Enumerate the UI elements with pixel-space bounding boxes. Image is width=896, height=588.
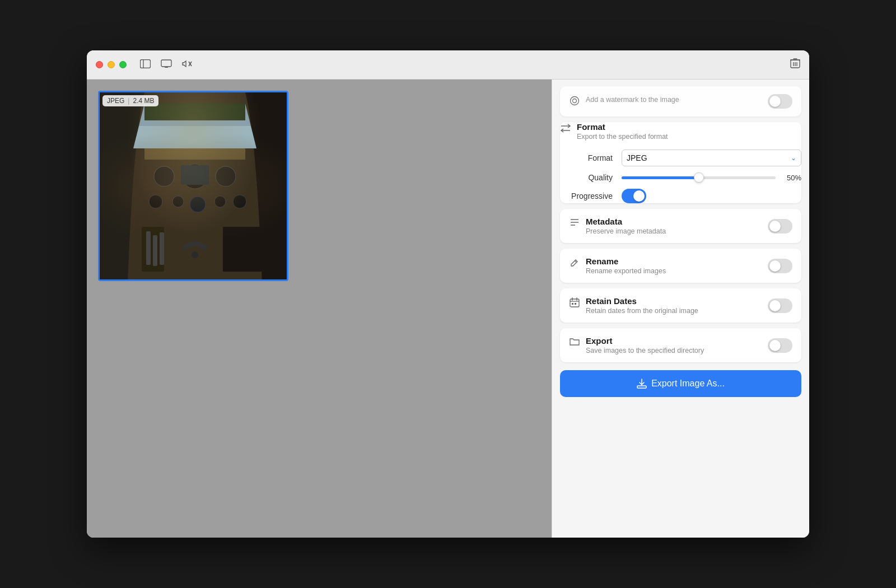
svg-rect-26: [142, 227, 164, 272]
quality-value: 50%: [781, 174, 801, 182]
sidebar-toggle-icon[interactable]: [140, 59, 151, 71]
svg-rect-28: [153, 235, 157, 266]
image-preview: [100, 92, 287, 279]
svg-rect-19: [181, 165, 209, 185]
watermark-icon: [569, 96, 580, 108]
quality-field-label: Quality: [562, 173, 613, 182]
titlebar-tools: [140, 59, 192, 71]
svg-rect-14: [144, 104, 245, 120]
svg-point-16: [154, 166, 174, 186]
image-thumbnail: [98, 91, 288, 281]
metadata-row: Metadata Preserve image metadata: [569, 217, 792, 235]
export-toggle[interactable]: [768, 338, 792, 353]
svg-rect-29: [160, 232, 164, 265]
watermark-subtitle: Add a watermark to the image: [586, 96, 679, 104]
svg-rect-12: [100, 92, 288, 281]
retain-dates-panel: Retain Dates Retain dates from the origi…: [560, 288, 801, 323]
svg-rect-13: [144, 115, 245, 227]
export-button-icon: [637, 379, 647, 389]
app-window: JPEG | 2.4 MB: [87, 50, 809, 538]
progressive-toggle[interactable]: [622, 189, 646, 203]
svg-point-31: [571, 97, 579, 105]
rename-icon: [569, 258, 580, 269]
export-button-label: Export Image As...: [651, 379, 725, 389]
metadata-title: Metadata: [586, 217, 666, 226]
image-size-badge: 2.4 MB: [133, 97, 154, 105]
rename-subtitle: Rename exported images: [586, 267, 666, 275]
minimize-button[interactable]: [108, 61, 115, 68]
retain-dates-subtitle: Retain dates from the original image: [586, 307, 698, 315]
svg-point-24: [233, 195, 246, 208]
close-button[interactable]: [96, 61, 103, 68]
retain-dates-toggle[interactable]: [768, 298, 792, 313]
progressive-field-row: Progressive: [562, 189, 801, 203]
retain-dates-icon: [569, 297, 580, 310]
export-image-button[interactable]: Export Image As...: [560, 370, 801, 397]
watermark-info: Add a watermark to the image: [569, 95, 768, 108]
trash-button[interactable]: [790, 58, 800, 72]
main-content: JPEG | 2.4 MB: [87, 80, 809, 538]
svg-point-20: [149, 195, 162, 208]
quality-slider-fill: [622, 176, 699, 179]
chevron-icon: ⌄: [791, 154, 796, 162]
watermark-toggle[interactable]: [768, 94, 792, 109]
progressive-field-label: Progressive: [562, 192, 613, 200]
svg-rect-0: [141, 59, 151, 68]
svg-rect-39: [570, 299, 579, 307]
quality-slider-thumb[interactable]: [694, 172, 704, 183]
export-title: Export: [586, 336, 704, 346]
retain-dates-info: Retain Dates Retain dates from the origi…: [569, 296, 768, 315]
rename-title: Rename: [586, 256, 666, 266]
titlebar: [87, 50, 809, 80]
quality-field-row: Quality 50%: [562, 173, 801, 182]
watermark-row: Add a watermark to the image: [569, 94, 792, 109]
svg-point-18: [216, 166, 236, 186]
export-panel: Export Save images to the specified dire…: [560, 328, 801, 362]
metadata-toggle[interactable]: [768, 219, 792, 234]
svg-point-21: [172, 196, 184, 207]
metadata-panel: Metadata Preserve image metadata: [560, 209, 801, 243]
format-field-label: Format: [562, 153, 613, 162]
format-subtitle: Export to the specified format: [577, 133, 668, 141]
svg-rect-45: [637, 386, 646, 388]
format-select-value: JPEG: [627, 153, 647, 162]
maximize-button[interactable]: [119, 61, 127, 68]
image-thumbnail-wrapper: JPEG | 2.4 MB: [98, 91, 288, 281]
metadata-info: Metadata Preserve image metadata: [569, 217, 768, 235]
rename-toggle[interactable]: [768, 259, 792, 273]
svg-rect-44: [575, 303, 576, 305]
cockpit-svg: [100, 92, 288, 281]
sidebar: Add a watermark to the image: [552, 80, 809, 538]
format-select[interactable]: JPEG ⌄: [622, 150, 801, 166]
image-info-badge: JPEG | 2.4 MB: [102, 95, 158, 106]
format-title: Format: [577, 122, 668, 132]
format-icon: [560, 123, 571, 136]
quality-slider-track[interactable]: [622, 176, 776, 179]
format-header: Format Export to the specified format: [560, 122, 801, 141]
image-format-badge: JPEG: [107, 97, 124, 105]
svg-rect-30: [223, 227, 279, 272]
monitor-icon[interactable]: [161, 59, 172, 71]
mute-icon[interactable]: [182, 59, 192, 71]
traffic-lights: [96, 61, 127, 68]
svg-rect-43: [572, 303, 573, 305]
svg-rect-2: [161, 60, 171, 67]
preview-area: JPEG | 2.4 MB: [87, 80, 552, 538]
export-info: Export Save images to the specified dire…: [569, 336, 768, 354]
svg-point-23: [214, 196, 226, 207]
rename-panel: Rename Rename exported images: [560, 249, 801, 283]
quality-slider-container: 50%: [622, 174, 801, 182]
svg-point-22: [190, 197, 206, 212]
format-panel: Format Export to the specified format Fo…: [560, 122, 801, 203]
export-row: Export Save images to the specified dire…: [569, 336, 792, 354]
retain-dates-title: Retain Dates: [586, 296, 698, 306]
svg-point-17: [183, 164, 207, 189]
export-folder-icon: [569, 337, 580, 348]
rename-info: Rename Rename exported images: [569, 256, 768, 275]
watermark-panel: Add a watermark to the image: [560, 86, 801, 116]
rename-row: Rename Rename exported images: [569, 256, 792, 275]
svg-point-32: [573, 99, 577, 103]
svg-point-25: [192, 251, 198, 258]
export-subtitle: Save images to the specified directory: [586, 347, 704, 354]
svg-rect-27: [146, 231, 151, 265]
